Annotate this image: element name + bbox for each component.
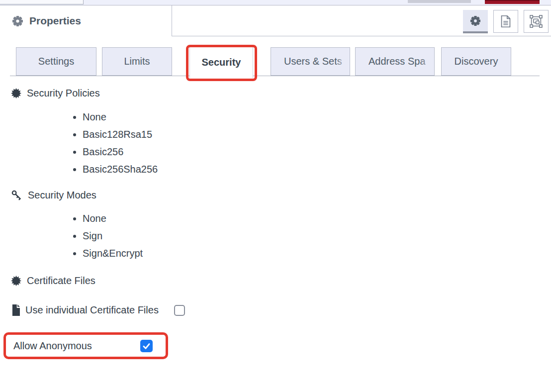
individual-certificate-files-checkbox[interactable] [174, 305, 185, 316]
partial-red-button[interactable] [485, 0, 540, 4]
tab-bar-divider [10, 76, 540, 76]
individual-certificate-files-row: Use individual Certificate Files [11, 304, 185, 316]
certificate-seal-icon [11, 276, 21, 286]
tab-bar: Settings Limits Security Users & Sets Ad… [0, 44, 551, 84]
list-item: Basic128Rsa15 [83, 126, 158, 143]
list-item: None [83, 210, 143, 227]
header-row: Properties [0, 5, 551, 36]
gear-icon [470, 15, 481, 26]
document-view-button[interactable] [493, 10, 518, 33]
security-modes-heading: Security Modes [11, 190, 96, 201]
tab-discovery[interactable]: Discovery [441, 47, 511, 76]
allow-anonymous-highlight-annotation: Allow Anonymous [3, 332, 168, 359]
partial-dropdown-remnant [0, 0, 84, 4]
list-item: Basic256Sha256 [83, 161, 158, 178]
list-item: Sign [83, 227, 143, 245]
header-divider [172, 36, 551, 36]
object-frame-icon [529, 14, 544, 29]
properties-view-button[interactable] [463, 10, 488, 33]
security-policies-list: None Basic128Rsa15 Basic256 Basic256Sha2… [0, 108, 158, 178]
properties-panel-tab[interactable]: Properties [0, 5, 172, 36]
list-item: Basic256 [83, 143, 158, 161]
section-title: Security Modes [28, 190, 96, 201]
view-toolbar [463, 10, 549, 33]
tab-limits[interactable]: Limits [102, 47, 172, 76]
allow-anonymous-checkbox[interactable] [140, 340, 153, 352]
certificate-seal-icon [11, 88, 21, 98]
list-item: None [83, 108, 158, 126]
document-icon [498, 14, 513, 29]
panel-title: Properties [29, 15, 81, 27]
section-title: Security Policies [27, 88, 100, 99]
security-policies-heading: Security Policies [11, 88, 100, 99]
partial-gray-button [408, 0, 471, 3]
security-modes-list: None Sign Sign&Encrypt [0, 210, 143, 262]
security-tab-content: Security Policies None Basic128Rsa15 Bas… [0, 84, 551, 392]
certificate-files-heading: Certificate Files [11, 275, 95, 287]
tab-address-space[interactable]: Address Spa [355, 47, 435, 76]
top-partial-strip [0, 0, 551, 5]
section-title: Certificate Files [27, 275, 95, 287]
field-label: Allow Anonymous [13, 340, 92, 352]
diagram-view-button[interactable] [524, 10, 549, 33]
tab-users-settings[interactable]: Users & Sets [271, 47, 350, 76]
field-label: Use individual Certificate Files [25, 304, 159, 316]
file-icon [11, 304, 21, 316]
tab-settings[interactable]: Settings [16, 47, 96, 76]
key-icon [11, 190, 22, 201]
tab-security[interactable]: Security [189, 46, 253, 78]
checkmark-icon [142, 341, 151, 351]
gear-icon [12, 15, 23, 27]
list-item: Sign&Encrypt [83, 245, 143, 262]
